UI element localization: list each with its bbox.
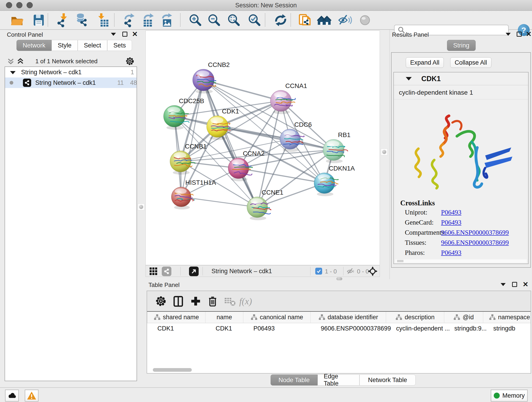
network-edge[interactable] xyxy=(181,197,257,207)
table-settings-button[interactable] xyxy=(153,294,168,308)
table-cell[interactable]: CDK1 xyxy=(153,323,211,334)
column-header-database-identifier[interactable]: database identifier xyxy=(311,312,386,323)
network-edge[interactable] xyxy=(203,80,281,101)
share-network-button[interactable] xyxy=(298,13,312,28)
export-table-button[interactable] xyxy=(141,13,156,28)
hide-enhance-button[interactable] xyxy=(337,13,352,28)
tab-network[interactable]: Network xyxy=(17,40,51,51)
table-cell[interactable]: P06493 xyxy=(249,323,316,334)
tab-node-table[interactable]: Node Table xyxy=(271,375,317,385)
open-folder-icon xyxy=(10,13,24,27)
table-panel-float-button[interactable] xyxy=(512,281,517,288)
zoom-out-button[interactable] xyxy=(207,13,222,28)
results-panel-float-button[interactable] xyxy=(517,31,522,38)
export-image-button[interactable] xyxy=(159,13,175,28)
right-splitter-handle[interactable] xyxy=(381,148,388,155)
table-panel-close-button[interactable]: ✕ xyxy=(523,281,528,288)
show-columns-button[interactable] xyxy=(171,294,186,308)
protein-name: CDK1 xyxy=(421,75,441,83)
grid-view-icon[interactable] xyxy=(149,267,158,276)
node-table-box: f(x) shared namenamecanonical namedataba… xyxy=(147,291,531,374)
network-home-button[interactable] xyxy=(317,13,332,28)
memory-button[interactable]: Memory xyxy=(491,390,528,402)
table-row[interactable]: CDK1CDK1P064939606.ENSP00000378699cyclin… xyxy=(153,323,532,334)
tab-style[interactable]: Style xyxy=(51,40,78,51)
network-node-CDC6[interactable]: CDC6 xyxy=(280,121,312,152)
import-network-database-button[interactable] xyxy=(74,13,89,28)
network-collection-row[interactable]: String Network – cdk1 1 xyxy=(5,67,137,77)
sphere-icon xyxy=(358,13,373,27)
tab-edge-table[interactable]: Edge Table xyxy=(317,375,360,385)
network-node-HIST1H1A[interactable]: HIST1H1A xyxy=(171,179,216,210)
network-row[interactable]: String Network – cdk1 11 48 xyxy=(5,77,137,88)
column-header-description[interactable]: description xyxy=(386,312,444,323)
results-panel-menu-button[interactable] xyxy=(506,31,511,38)
control-panel-menu-button[interactable] xyxy=(111,31,116,38)
network-node-CCNA1[interactable]: CCNA1 xyxy=(270,82,307,114)
add-column-button[interactable] xyxy=(188,294,203,308)
network-node-CDC25B[interactable]: CDC25B xyxy=(164,97,204,130)
table-cell[interactable]: 9606.ENSP00000378699 xyxy=(316,323,392,334)
gear-icon[interactable] xyxy=(125,56,135,66)
table-cell[interactable]: CDK1 xyxy=(211,323,249,334)
zoom-fit-button[interactable] xyxy=(226,13,241,28)
delete-column-button[interactable] xyxy=(205,294,220,308)
scrollbar-thumb[interactable] xyxy=(397,260,404,262)
network-node-RB1[interactable]: RB1 xyxy=(323,131,351,163)
expander-icon[interactable] xyxy=(10,71,16,74)
hidden-eye-icon[interactable] xyxy=(346,267,355,275)
network-node-CCNE1[interactable]: CCNE1 xyxy=(247,189,283,220)
network-node-CDKN1A[interactable]: CDKN1A xyxy=(314,165,355,196)
network-edge[interactable] xyxy=(181,139,290,161)
export-network-button[interactable] xyxy=(122,13,137,28)
column-header-canonical-name[interactable]: canonical name xyxy=(243,312,311,323)
birds-eye-view-button[interactable] xyxy=(189,267,199,276)
tab-sets[interactable]: Sets xyxy=(107,40,132,51)
zoom-selected-button[interactable] xyxy=(247,13,262,28)
left-splitter-handle[interactable] xyxy=(138,204,145,211)
selected-checkbox-icon[interactable] xyxy=(315,268,322,274)
import-network-file-button[interactable] xyxy=(56,13,70,28)
import-table-file-button[interactable] xyxy=(95,13,110,28)
expand-all-button[interactable]: Expand All xyxy=(406,57,444,68)
column-header-shared-name[interactable]: shared name xyxy=(147,312,206,323)
column-header--id[interactable]: @id xyxy=(444,312,483,323)
cloud-status-button[interactable] xyxy=(5,390,19,402)
save-session-button[interactable] xyxy=(31,13,46,28)
apply-layout-button[interactable] xyxy=(273,13,288,28)
network-share-view-button[interactable] xyxy=(162,267,171,276)
control-panel-close-button[interactable]: ✕ xyxy=(132,31,138,38)
open-session-button[interactable] xyxy=(9,13,25,28)
results-hscrollbar[interactable] xyxy=(395,259,527,263)
crosslink-value-link[interactable]: P06493 xyxy=(441,219,462,226)
tab-label: Sets xyxy=(114,42,126,49)
collapse-all-button[interactable]: Collapse All xyxy=(450,57,491,68)
network-node-CCNB2[interactable]: CCNB2 xyxy=(193,61,230,94)
results-panel-close-button[interactable]: ✕ xyxy=(526,31,532,38)
table-panel-menu-button[interactable] xyxy=(500,281,506,288)
crosshair-icon[interactable] xyxy=(367,266,378,276)
table-hscrollbar-thumb[interactable] xyxy=(153,368,192,372)
tab-label: Style xyxy=(58,42,71,49)
network-edge[interactable] xyxy=(217,127,334,150)
crosslink-value-link[interactable]: P06493 xyxy=(441,249,462,256)
tab-select[interactable]: Select xyxy=(78,40,107,51)
tab-network-table[interactable]: Network Table xyxy=(360,375,416,385)
expander-icon[interactable] xyxy=(406,77,412,80)
node-label: CDKN1A xyxy=(329,165,355,172)
control-panel-float-button[interactable] xyxy=(122,31,127,38)
column-header-namespace[interactable]: namespace xyxy=(483,312,532,323)
crosslink-value-link[interactable]: 9606.ENSP00000378699 xyxy=(441,239,509,246)
column-header-name[interactable]: name xyxy=(206,312,243,323)
table-cell[interactable]: stringdb xyxy=(489,323,532,334)
tab-string[interactable]: String xyxy=(447,40,476,51)
warnings-button[interactable] xyxy=(25,390,38,402)
crosslink-value-link[interactable]: P06493 xyxy=(441,209,462,216)
network-canvas[interactable]: CCNB2CCNA1CDC25BCDK1CDC6RB1CCNB1CCNA2CDK… xyxy=(146,31,380,265)
table-cell[interactable]: cyclin-dependent ... xyxy=(392,323,450,334)
zoom-in-button[interactable] xyxy=(188,13,203,28)
protein-card-header[interactable]: CDK1 xyxy=(394,72,528,85)
crosslink-value-link[interactable]: 9606.ENSP00000378699 xyxy=(441,229,509,236)
crosslink-row: Tissues:9606.ENSP00000378699 xyxy=(394,239,528,249)
table-cell[interactable]: stringdb:9... xyxy=(450,323,489,334)
